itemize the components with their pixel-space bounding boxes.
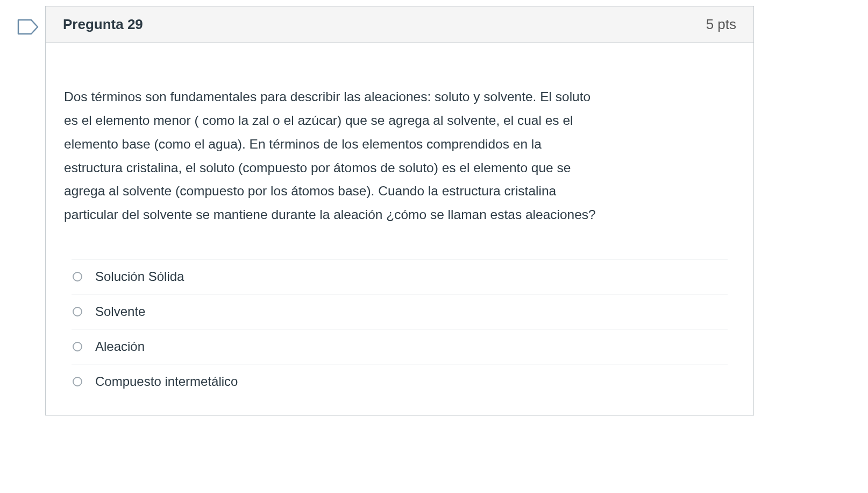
answer-option[interactable]: Aleación	[72, 329, 728, 364]
question-card: Pregunta 29 5 pts Dos términos son funda…	[45, 6, 754, 415]
answer-option[interactable]: Solvente	[72, 294, 728, 329]
answer-radio[interactable]	[73, 307, 82, 316]
question-text: Dos términos son fundamentales para desc…	[64, 85, 602, 227]
question-points: 5 pts	[706, 16, 736, 33]
answer-label: Compuesto intermetálico	[95, 374, 238, 389]
answer-list: Solución Sólida Solvente Aleación Compue…	[72, 259, 728, 399]
question-header: Pregunta 29 5 pts	[46, 6, 753, 43]
bookmark-flag-icon[interactable]	[17, 19, 39, 37]
question-title: Pregunta 29	[63, 16, 143, 33]
answer-radio[interactable]	[73, 377, 82, 386]
answer-radio[interactable]	[73, 342, 82, 351]
question-body: Dos términos son fundamentales para desc…	[46, 43, 753, 415]
answer-label: Aleación	[95, 339, 145, 354]
answer-option[interactable]: Compuesto intermetálico	[72, 364, 728, 399]
answer-radio[interactable]	[73, 272, 82, 281]
answer-option[interactable]: Solución Sólida	[72, 259, 728, 294]
answer-label: Solvente	[95, 304, 145, 319]
answer-label: Solución Sólida	[95, 269, 184, 284]
